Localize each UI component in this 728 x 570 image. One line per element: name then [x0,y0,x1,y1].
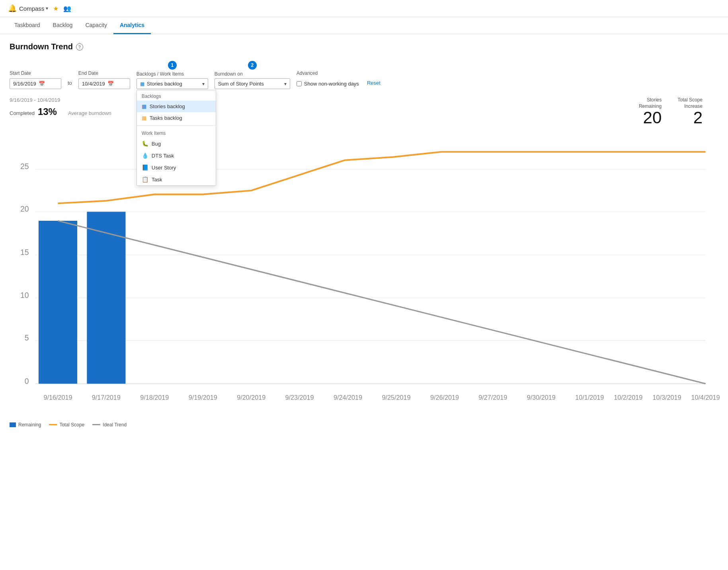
controls-row: Start Date 9/16/2019 📅 to End Date 10/4/… [10,61,718,89]
start-date-input[interactable]: 9/16/2019 📅 [10,78,61,89]
svg-text:10/1/2019: 10/1/2019 [575,394,604,401]
page-title-row: Burndown Trend ? [10,42,718,51]
favorite-star-icon[interactable]: ★ [53,5,59,12]
end-date-value: 10/4/2019 [82,81,105,87]
svg-text:10: 10 [20,291,29,300]
completed-value: 13% [38,106,57,117]
dropdown-item-stories-backlog[interactable]: ▦ Stories backlog [137,101,216,112]
svg-text:5: 5 [25,333,29,342]
chart-container: 9/16/2019 - 10/4/2019 Completed 13% Aver… [10,97,718,444]
legend-remaining: Remaining [10,422,41,428]
burndown-dropdown-arrow: ▾ [284,81,287,87]
burndown-group: 2 Burndown on Sum of Story Points ▾ [215,61,290,89]
stories-backlog-label: Stories backlog [150,103,185,109]
user-story-icon: 📘 [142,164,148,171]
advanced-label: Advanced [297,70,359,76]
bug-icon: 🐛 [142,140,148,147]
show-nonworking-row: Show non-working days [297,78,359,89]
app-name: Compass [19,5,44,12]
dropdown-item-dts-task[interactable]: 💧 DTS Task [137,150,216,161]
calendar-icon-start: 📅 [39,81,58,87]
tasks-backlog-icon: ▦ [142,115,146,121]
show-nonworking-label: Show non-working days [304,81,359,87]
backlog-dropdown-arrow: ▾ [202,81,205,87]
svg-text:25: 25 [20,162,29,171]
help-icon[interactable]: ? [76,43,83,51]
advanced-section: Advanced Show non-working days [297,70,359,89]
svg-text:15: 15 [20,248,29,257]
svg-text:10/2/2019: 10/2/2019 [614,394,642,401]
start-date-label: Start Date [10,70,61,76]
svg-text:9/26/2019: 9/26/2019 [430,394,459,401]
end-date-input[interactable]: 10/4/2019 📅 [78,78,130,89]
people-icon[interactable]: 👥 [63,5,71,12]
backlog-icon: ▦ [140,81,144,87]
svg-text:9/19/2019: 9/19/2019 [189,394,217,401]
legend-ideal-trend-color [92,424,100,425]
svg-text:0: 0 [25,377,29,385]
reset-button[interactable]: Reset [365,78,382,89]
backlogs-section-header: Backlogs [137,90,216,101]
tab-capacity[interactable]: Capacity [79,17,113,34]
svg-text:9/16/2019: 9/16/2019 [43,394,72,401]
end-date-label: End Date [78,70,130,76]
show-nonworking-checkbox[interactable] [297,81,302,86]
svg-text:20: 20 [20,205,29,214]
stats-panel: StoriesRemaining 20 Total ScopeIncrease … [639,97,703,126]
dropdown-item-bug[interactable]: 🐛 Bug [137,138,216,150]
ideal-trend-line [58,221,705,384]
bar-9-16 [39,221,77,384]
start-date-value: 9/16/2019 [13,81,36,87]
stories-remaining-label: StoriesRemaining [639,97,662,109]
backlog-dropdown-menu: Backlogs ▦ Stories backlog ▦ Tasks backl… [137,90,216,186]
start-date-group: Start Date 9/16/2019 📅 [10,70,61,89]
tasks-backlog-label: Tasks backlog [150,115,182,121]
chart-legend: Remaining Total Scope Ideal Trend [10,422,718,428]
user-story-label: User Story [152,165,176,171]
end-date-group: End Date 10/4/2019 📅 [78,70,130,89]
backlog-group: 1 Backlogs / Work Items ▦ Stories backlo… [137,61,208,89]
legend-ideal-trend-label: Ideal Trend [103,422,127,428]
stories-backlog-icon: ▦ [142,103,146,109]
avg-burndown-label: Average burndown [68,110,111,116]
svg-text:10/4/2019: 10/4/2019 [691,394,720,401]
app-icon: 🔔 [8,4,17,13]
task-label: Task [152,177,162,183]
burndown-dropdown[interactable]: Sum of Story Points ▾ [215,78,290,89]
dropdown-item-tasks-backlog[interactable]: ▦ Tasks backlog [137,112,216,124]
dropdown-divider [137,125,216,126]
backlog-selected: Stories backlog [147,81,200,87]
task-icon: 📋 [142,176,148,183]
legend-remaining-color [10,422,16,427]
completed-label: Completed [10,110,35,116]
burndown-chart: 0 5 10 15 20 25 9/16/2019 [10,126,718,416]
tab-backlog[interactable]: Backlog [47,17,79,34]
step1-badge: 1 [168,61,177,70]
backlog-dropdown-wrapper: ▦ Stories backlog ▾ Backlogs ▦ Stories b… [137,78,208,89]
step2-badge: 2 [248,61,257,70]
app-dropdown-arrow[interactable]: ▾ [46,6,48,11]
tab-taskboard[interactable]: Taskboard [8,17,47,34]
legend-total-scope-label: Total Scope [59,422,84,428]
svg-text:9/20/2019: 9/20/2019 [237,394,265,401]
calendar-icon-end: 📅 [107,81,127,87]
total-scope-label: Total ScopeIncrease [677,97,703,109]
dropdown-item-task[interactable]: 📋 Task [137,173,216,185]
nav-tabs: Taskboard Backlog Capacity Analytics [0,17,728,34]
svg-text:9/30/2019: 9/30/2019 [527,394,556,401]
legend-ideal-trend: Ideal Trend [92,422,127,428]
legend-total-scope: Total Scope [49,422,84,428]
total-scope-value: 2 [677,109,703,126]
svg-text:9/25/2019: 9/25/2019 [382,394,410,401]
svg-text:9/23/2019: 9/23/2019 [285,394,314,401]
dropdown-item-user-story[interactable]: 📘 User Story [137,161,216,173]
dts-task-icon: 💧 [142,152,148,159]
to-separator: to [68,80,72,89]
workitems-section-header: Work Items [137,127,216,138]
backlogs-label: Backlogs / Work Items [137,71,208,77]
svg-text:9/27/2019: 9/27/2019 [478,394,507,401]
svg-text:9/24/2019: 9/24/2019 [334,394,362,401]
bug-label: Bug [152,141,161,147]
tab-analytics[interactable]: Analytics [113,17,151,34]
backlog-dropdown[interactable]: ▦ Stories backlog ▾ [137,78,208,89]
